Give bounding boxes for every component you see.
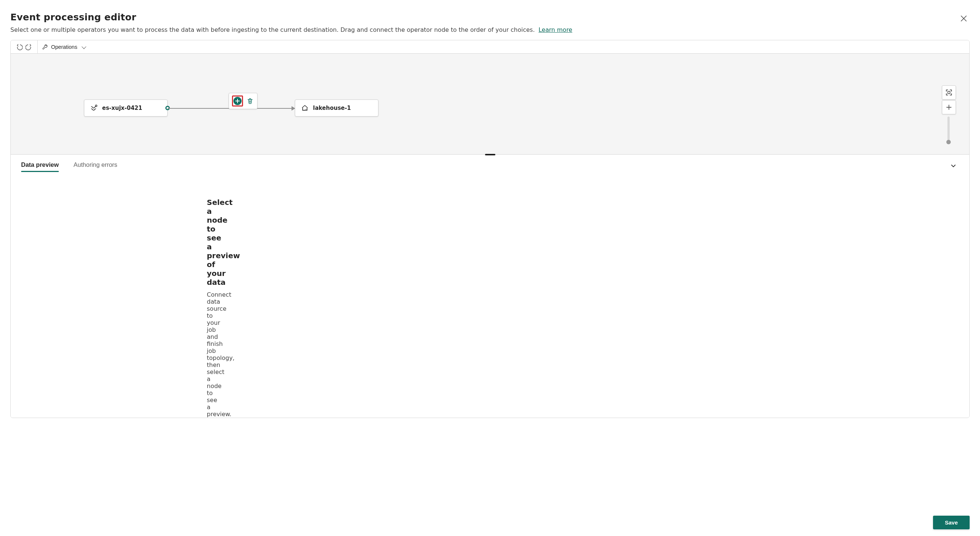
view-controls (942, 86, 956, 114)
source-node-label: es-xujx-0421 (102, 105, 142, 111)
close-icon (960, 15, 967, 22)
toolbar: Operations (11, 40, 969, 54)
zoom-in-button[interactable] (942, 100, 956, 114)
stream-icon (90, 104, 98, 112)
lakehouse-icon (301, 104, 309, 112)
zoom-plus-icon (945, 103, 953, 111)
tab-list: Data preview Authoring errors (21, 159, 117, 172)
plus-icon (235, 99, 240, 103)
fit-view-button[interactable] (942, 86, 956, 100)
learn-more-link[interactable]: Learn more (539, 26, 572, 33)
close-button[interactable] (958, 13, 970, 24)
bottom-panel: Data preview Authoring errors Select a n… (11, 154, 969, 418)
wrench-icon (42, 44, 48, 50)
workspace: Operations es-xujx-0421 (10, 40, 970, 418)
svg-rect-1 (948, 91, 950, 94)
operations-label: Operations (51, 44, 77, 50)
empty-state: Select a node to see a preview of your d… (11, 198, 207, 418)
delete-edge-button[interactable] (246, 97, 254, 105)
source-node[interactable]: es-xujx-0421 (84, 100, 168, 116)
editor-root: Event processing editor Select one or mu… (0, 0, 980, 536)
operations-menu[interactable]: Operations (38, 40, 89, 53)
chevron-down-icon (80, 44, 85, 50)
trash-icon (247, 98, 253, 104)
zoom-slider[interactable] (947, 116, 950, 143)
subtitle-text: Select one or multiple operators you wan… (10, 26, 535, 33)
tabs-row: Data preview Authoring errors (11, 154, 969, 172)
save-button[interactable]: Save (933, 516, 970, 529)
tab-authoring-errors[interactable]: Authoring errors (74, 159, 117, 172)
undo-icon (16, 44, 22, 50)
destination-node[interactable]: lakehouse-1 (295, 100, 379, 116)
destination-node-label: lakehouse-1 (313, 105, 351, 111)
chevron-down-icon (950, 162, 957, 169)
collapse-panel-button[interactable] (948, 162, 959, 169)
canvas[interactable]: es-xujx-0421 (11, 54, 969, 154)
footer: Save (933, 516, 970, 529)
history-group (11, 40, 38, 53)
page-title: Event processing editor (10, 12, 572, 22)
undo-button[interactable] (14, 42, 24, 52)
panel-resize-handle[interactable] (485, 154, 495, 155)
add-operator-highlight (232, 95, 243, 107)
page-subtitle: Select one or multiple operators you wan… (10, 26, 572, 33)
redo-icon (25, 44, 32, 50)
zoom-slider-thumb[interactable] (947, 140, 951, 144)
fit-icon (945, 89, 953, 96)
header-text: Event processing editor Select one or mu… (10, 10, 572, 40)
redo-button[interactable] (24, 42, 33, 52)
header: Event processing editor Select one or mu… (10, 10, 970, 40)
edge-toolbar (229, 93, 258, 109)
svg-point-0 (95, 105, 97, 107)
add-operator-button[interactable] (234, 97, 242, 105)
tab-data-preview[interactable]: Data preview (21, 159, 59, 172)
